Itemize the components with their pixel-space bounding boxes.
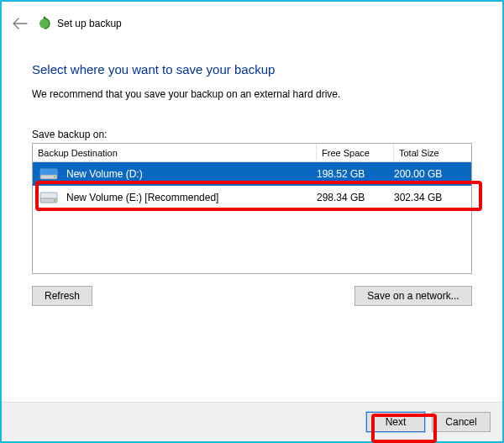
col-header-free-space[interactable]: Free Space <box>317 144 394 161</box>
row-total-size: 302.34 GB <box>394 192 471 203</box>
svg-marker-1 <box>43 16 46 18</box>
save-on-network-button[interactable]: Save on a network... <box>354 286 472 306</box>
wizard-title: Set up backup <box>57 18 122 29</box>
recommend-text: We recommend that you save your backup o… <box>32 88 472 100</box>
row-total-size: 200.00 GB <box>394 168 471 180</box>
col-header-destination[interactable]: Backup Destination <box>33 144 317 161</box>
destination-row[interactable]: New Volume (E:) [Recommended]298.34 GB30… <box>33 186 471 209</box>
svg-point-7 <box>54 200 55 202</box>
hard-drive-icon <box>39 190 58 205</box>
list-actions-row: Refresh Save on a network... <box>32 286 472 306</box>
row-destination-name: New Volume (E:) [Recommended] <box>66 192 218 203</box>
list-body: New Volume (D:)198.52 GB200.00 GBNew Vol… <box>33 162 471 209</box>
destination-row[interactable]: New Volume (D:)198.52 GB200.00 GB <box>33 162 471 186</box>
wizard-content: Select where you want to save your backu… <box>2 32 502 306</box>
row-destination-cell: New Volume (E:) [Recommended] <box>33 190 317 205</box>
hard-drive-icon <box>39 166 58 182</box>
refresh-button[interactable]: Refresh <box>32 286 92 306</box>
row-free-space: 298.34 GB <box>317 192 394 203</box>
cancel-button[interactable]: Cancel <box>432 412 491 432</box>
page-heading: Select where you want to save your backu… <box>32 62 472 76</box>
backup-wizard-window: Set up backup Select where you want to s… <box>0 0 504 443</box>
col-header-total-size[interactable]: Total Size <box>394 144 471 161</box>
next-button[interactable]: Next <box>366 412 425 432</box>
wizard-footer: Next Cancel <box>2 402 502 441</box>
svg-point-4 <box>54 177 55 178</box>
destination-list: Backup Destination Free Space Total Size… <box>32 143 472 274</box>
list-header-row: Backup Destination Free Space Total Size <box>33 144 471 162</box>
save-on-label: Save backup on: <box>32 129 472 140</box>
wizard-header: Set up backup <box>2 2 502 32</box>
row-destination-cell: New Volume (D:) <box>33 166 317 182</box>
back-arrow-icon[interactable] <box>12 15 29 32</box>
row-destination-name: New Volume (D:) <box>66 168 143 180</box>
backup-app-icon <box>37 16 52 31</box>
row-free-space: 198.52 GB <box>317 168 394 180</box>
